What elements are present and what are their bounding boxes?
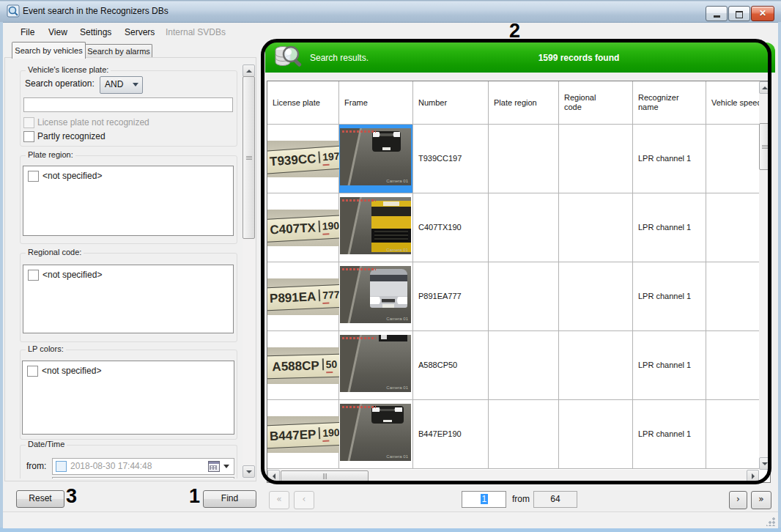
cell-plate-region[interactable] xyxy=(489,193,559,262)
scroll-up-button[interactable] xyxy=(243,64,255,77)
scrollbar-thumb[interactable] xyxy=(281,470,369,482)
lp-colors-listbox[interactable]: <not specified> xyxy=(22,361,234,435)
cell-frame[interactable]: Camera 01 xyxy=(339,400,413,469)
lp-colors-item-checkbox[interactable] xyxy=(27,366,38,377)
scroll-up-button[interactable] xyxy=(759,81,771,94)
cell-regional-code[interactable] xyxy=(559,400,633,469)
cell-recognizer-name[interactable]: LPR channel 1 xyxy=(633,400,706,469)
tab-search-by-vehicles[interactable]: Search by vehicles xyxy=(12,42,86,59)
column-header-license-plate[interactable]: License plate xyxy=(267,81,339,125)
group-regional-code: Regional code: <not specified> xyxy=(20,253,237,342)
scroll-right-button[interactable] xyxy=(747,470,759,482)
cell-number[interactable]: P891EA777 xyxy=(413,262,489,331)
group-label: Plate region: xyxy=(26,150,75,159)
cell-number[interactable]: C407TX190 xyxy=(413,193,489,262)
cell-recognizer-name[interactable]: LPR channel 1 xyxy=(633,125,706,193)
cell-plate-region[interactable] xyxy=(489,400,559,469)
cell-number[interactable]: B447EP190 xyxy=(413,400,489,469)
partly-recognized-checkbox[interactable] xyxy=(23,131,34,142)
cell-regional-code[interactable] xyxy=(559,125,633,193)
table-row[interactable]: P891EA777Camera 01P891EA777LPR channel 1 xyxy=(267,262,771,331)
cell-frame[interactable]: Camera 01 xyxy=(339,125,413,193)
arrow-down-icon xyxy=(246,470,252,473)
close-button[interactable]: ✕ xyxy=(751,6,774,21)
results-hscrollbar[interactable] xyxy=(267,470,759,482)
from-date-checkbox[interactable] xyxy=(56,461,67,472)
table-row[interactable]: A588CP50Camera 01A588CP50LPR channel 1 xyxy=(267,331,771,400)
date-dropdown-icon[interactable] xyxy=(223,465,229,468)
cell-recognizer-name[interactable]: LPR channel 1 xyxy=(633,262,706,331)
table-row[interactable]: T939CC197Camera 01T939CC197LPR channel 1 xyxy=(267,125,771,193)
next-page-button[interactable]: › xyxy=(729,491,747,509)
maximize-button[interactable] xyxy=(728,6,750,21)
scroll-down-button[interactable] xyxy=(759,457,771,470)
cell-number[interactable]: T939CC197 xyxy=(413,125,489,193)
menu-settings[interactable]: Settings xyxy=(75,26,116,39)
cell-license-plate[interactable]: B447EP190 xyxy=(267,400,339,469)
cell-license-plate[interactable]: P891EA777 xyxy=(267,262,339,331)
cell-recognizer-name[interactable]: LPR channel 1 xyxy=(633,331,706,400)
frame-timestamp xyxy=(342,130,376,133)
arrow-left-icon xyxy=(273,473,275,479)
first-page-button[interactable]: « xyxy=(269,491,289,509)
cell-frame[interactable]: Camera 01 xyxy=(339,262,413,331)
license-plate-input[interactable] xyxy=(23,97,233,112)
table-row[interactable]: B447EP190Camera 01B447EP190LPR channel 1 xyxy=(267,400,771,469)
scroll-down-button[interactable] xyxy=(243,465,255,478)
column-header-label: Frame xyxy=(344,98,368,108)
menu-servers[interactable]: Servers xyxy=(120,26,159,39)
license-plate-image: T939CC197 xyxy=(267,141,339,177)
column-header-frame[interactable]: Frame xyxy=(339,81,413,125)
page-number-input[interactable]: 1 xyxy=(462,491,506,508)
prev-page-button[interactable]: ‹ xyxy=(294,491,314,509)
cell-frame[interactable]: Camera 01 xyxy=(339,193,413,262)
results-header: Search results. 1599 records found xyxy=(265,43,775,73)
search-operation-select[interactable]: AND xyxy=(100,76,143,94)
cell-recognizer-name[interactable]: LPR channel 1 xyxy=(633,193,706,262)
plate-region-listbox[interactable]: <not specified> xyxy=(23,166,234,236)
from-datetime-field[interactable]: 2018-08-30 17:44:48 xyxy=(52,458,234,475)
cell-regional-code[interactable] xyxy=(559,193,633,262)
license-plate: A588CP50 xyxy=(267,353,339,379)
regional-code-listbox[interactable]: <not specified> xyxy=(23,265,234,333)
license-plate: T939CC197 xyxy=(267,145,339,174)
cell-plate-region[interactable] xyxy=(489,262,559,331)
filters-scrollbar[interactable] xyxy=(243,64,255,478)
plate-region-item-checkbox[interactable] xyxy=(28,171,39,182)
scroll-left-button[interactable] xyxy=(267,470,280,482)
cell-regional-code[interactable] xyxy=(559,262,633,331)
cell-number[interactable]: A588CP50 xyxy=(413,331,489,400)
table-row[interactable]: C407TX190Camera 01C407TX190LPR channel 1 xyxy=(267,193,771,262)
column-header-plate-region[interactable]: Plate region xyxy=(489,81,559,125)
cell-regional-code[interactable] xyxy=(559,331,633,400)
cell-frame[interactable]: Camera 01 xyxy=(339,331,413,400)
calendar-icon[interactable] xyxy=(208,461,220,472)
camera-label: Camera 01 xyxy=(386,248,408,252)
tab-search-by-alarms[interactable]: Search by alarms xyxy=(85,44,152,59)
find-button[interactable]: Find xyxy=(203,490,256,508)
last-page-button[interactable]: » xyxy=(751,491,771,509)
scrollbar-thumb[interactable] xyxy=(243,76,255,239)
cell-license-plate[interactable]: C407TX190 xyxy=(267,193,339,262)
column-header-number[interactable]: Number xyxy=(413,81,489,125)
maximize-icon xyxy=(736,11,743,18)
menu-view[interactable]: View xyxy=(44,26,72,39)
cell-plate-region[interactable] xyxy=(489,331,559,400)
scrollbar-thumb[interactable] xyxy=(759,123,771,170)
not-recognized-checkbox[interactable] xyxy=(23,117,34,128)
window-title: Event search in the Recognizers DBs xyxy=(23,6,169,16)
to-datetime-field[interactable] xyxy=(52,477,234,479)
reset-button[interactable]: Reset xyxy=(16,490,64,508)
column-header-recognizer-name[interactable]: Recognizer name xyxy=(633,81,706,125)
column-header-regional-code[interactable]: Regional code xyxy=(559,81,633,125)
partly-recognized-label: Partly recognized xyxy=(37,131,106,141)
not-recognized-label: License plate not recognized xyxy=(37,117,149,128)
menu-file[interactable]: File xyxy=(16,26,39,39)
cell-license-plate[interactable]: T939CC197 xyxy=(267,125,339,193)
cell-plate-region[interactable] xyxy=(489,125,559,193)
results-vscrollbar[interactable] xyxy=(759,81,771,470)
cell-license-plate[interactable]: A588CP50 xyxy=(267,331,339,400)
minimize-button[interactable] xyxy=(706,6,728,21)
regional-code-item-checkbox[interactable] xyxy=(28,270,39,281)
menu-internal-svdbs[interactable]: Internal SVDBs xyxy=(161,26,230,39)
